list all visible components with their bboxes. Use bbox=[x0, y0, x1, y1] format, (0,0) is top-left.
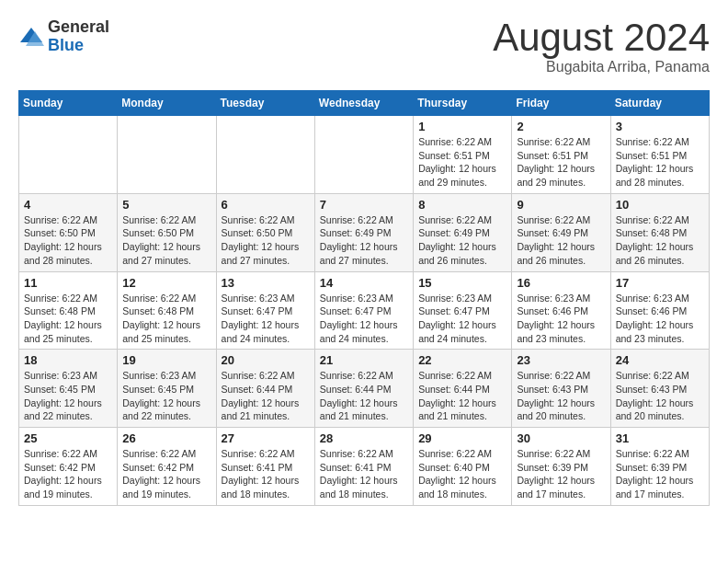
weekday-header-wednesday: Wednesday bbox=[314, 91, 413, 116]
day-info: Sunrise: 6:23 AMSunset: 6:45 PMDaylight:… bbox=[122, 369, 210, 423]
calendar-cell bbox=[314, 116, 413, 194]
day-info: Sunrise: 6:22 AMSunset: 6:39 PMDaylight:… bbox=[517, 447, 605, 501]
calendar-cell: 25Sunrise: 6:22 AMSunset: 6:42 PMDayligh… bbox=[19, 428, 118, 506]
day-number: 7 bbox=[320, 198, 408, 212]
calendar-cell: 1Sunrise: 6:22 AMSunset: 6:51 PMDaylight… bbox=[414, 116, 512, 194]
day-number: 22 bbox=[418, 353, 506, 367]
day-number: 14 bbox=[320, 276, 408, 290]
day-info: Sunrise: 6:22 AMSunset: 6:43 PMDaylight:… bbox=[517, 369, 605, 423]
day-number: 24 bbox=[616, 353, 704, 367]
day-info: Sunrise: 6:22 AMSunset: 6:48 PMDaylight:… bbox=[616, 213, 704, 268]
day-info: Sunrise: 6:23 AMSunset: 6:47 PMDaylight:… bbox=[320, 292, 408, 346]
calendar-cell: 16Sunrise: 6:23 AMSunset: 6:46 PMDayligh… bbox=[512, 271, 610, 350]
calendar-cell: 14Sunrise: 6:23 AMSunset: 6:47 PMDayligh… bbox=[314, 271, 413, 350]
day-number: 18 bbox=[24, 353, 112, 367]
day-info: Sunrise: 6:22 AMSunset: 6:44 PMDaylight:… bbox=[320, 369, 408, 423]
day-info: Sunrise: 6:23 AMSunset: 6:46 PMDaylight:… bbox=[616, 292, 704, 346]
day-info: Sunrise: 6:23 AMSunset: 6:45 PMDaylight:… bbox=[24, 369, 112, 423]
calendar-cell: 22Sunrise: 6:22 AMSunset: 6:44 PMDayligh… bbox=[414, 350, 512, 428]
day-number: 27 bbox=[222, 431, 310, 445]
day-number: 9 bbox=[517, 198, 605, 212]
logo-text: General Blue bbox=[48, 18, 109, 55]
calendar-week-2: 4Sunrise: 6:22 AMSunset: 6:50 PMDaylight… bbox=[19, 193, 710, 271]
day-info: Sunrise: 6:22 AMSunset: 6:51 PMDaylight:… bbox=[418, 135, 506, 190]
calendar-cell: 24Sunrise: 6:22 AMSunset: 6:43 PMDayligh… bbox=[610, 350, 709, 428]
calendar-cell: 7Sunrise: 6:22 AMSunset: 6:49 PMDaylight… bbox=[314, 193, 413, 271]
calendar-cell: 30Sunrise: 6:22 AMSunset: 6:39 PMDayligh… bbox=[512, 428, 610, 506]
calendar-cell: 31Sunrise: 6:22 AMSunset: 6:39 PMDayligh… bbox=[610, 428, 709, 506]
day-number: 19 bbox=[122, 353, 210, 367]
day-number: 28 bbox=[320, 431, 408, 445]
calendar-cell: 23Sunrise: 6:22 AMSunset: 6:43 PMDayligh… bbox=[512, 350, 610, 428]
calendar-cell: 3Sunrise: 6:22 AMSunset: 6:51 PMDaylight… bbox=[610, 116, 709, 194]
day-info: Sunrise: 6:23 AMSunset: 6:46 PMDaylight:… bbox=[517, 292, 605, 346]
day-info: Sunrise: 6:22 AMSunset: 6:44 PMDaylight:… bbox=[418, 369, 506, 423]
day-number: 13 bbox=[222, 276, 310, 290]
day-info: Sunrise: 6:22 AMSunset: 6:51 PMDaylight:… bbox=[616, 135, 704, 190]
day-number: 10 bbox=[616, 198, 704, 212]
day-info: Sunrise: 6:22 AMSunset: 6:51 PMDaylight:… bbox=[517, 135, 605, 190]
day-number: 6 bbox=[222, 198, 310, 212]
day-number: 5 bbox=[122, 198, 210, 212]
logo-general: General bbox=[48, 18, 109, 37]
weekday-header-saturday: Saturday bbox=[610, 91, 709, 116]
day-info: Sunrise: 6:23 AMSunset: 6:47 PMDaylight:… bbox=[418, 292, 506, 346]
calendar-cell: 17Sunrise: 6:23 AMSunset: 6:46 PMDayligh… bbox=[610, 271, 709, 350]
day-info: Sunrise: 6:22 AMSunset: 6:42 PMDaylight:… bbox=[24, 447, 112, 501]
day-number: 30 bbox=[517, 431, 605, 445]
day-number: 31 bbox=[616, 431, 704, 445]
calendar-cell bbox=[19, 116, 118, 194]
title-block: August 2024 Bugabita Arriba, Panama bbox=[493, 18, 710, 75]
logo-blue: Blue bbox=[48, 37, 109, 55]
day-info: Sunrise: 6:22 AMSunset: 6:49 PMDaylight:… bbox=[517, 213, 605, 268]
calendar-cell: 28Sunrise: 6:22 AMSunset: 6:41 PMDayligh… bbox=[314, 428, 413, 506]
day-number: 1 bbox=[418, 120, 506, 133]
day-number: 25 bbox=[24, 431, 112, 445]
day-number: 16 bbox=[517, 276, 605, 290]
day-info: Sunrise: 6:22 AMSunset: 6:50 PMDaylight:… bbox=[222, 213, 310, 268]
calendar-cell: 9Sunrise: 6:22 AMSunset: 6:49 PMDaylight… bbox=[512, 193, 610, 271]
day-info: Sunrise: 6:23 AMSunset: 6:47 PMDaylight:… bbox=[222, 292, 310, 346]
page-header: General Blue August 2024 Bugabita Arriba… bbox=[18, 18, 710, 75]
day-number: 3 bbox=[616, 120, 704, 133]
weekday-header-tuesday: Tuesday bbox=[216, 91, 314, 116]
day-info: Sunrise: 6:22 AMSunset: 6:50 PMDaylight:… bbox=[24, 213, 112, 268]
day-number: 17 bbox=[616, 276, 704, 290]
calendar-cell: 10Sunrise: 6:22 AMSunset: 6:48 PMDayligh… bbox=[610, 193, 709, 271]
day-number: 29 bbox=[418, 431, 506, 445]
calendar-cell: 19Sunrise: 6:23 AMSunset: 6:45 PMDayligh… bbox=[118, 350, 216, 428]
calendar-cell: 2Sunrise: 6:22 AMSunset: 6:51 PMDaylight… bbox=[512, 116, 610, 194]
day-info: Sunrise: 6:22 AMSunset: 6:42 PMDaylight:… bbox=[122, 447, 210, 501]
calendar-cell: 29Sunrise: 6:22 AMSunset: 6:40 PMDayligh… bbox=[414, 428, 512, 506]
day-number: 8 bbox=[418, 198, 506, 212]
calendar-cell: 20Sunrise: 6:22 AMSunset: 6:44 PMDayligh… bbox=[216, 350, 314, 428]
day-info: Sunrise: 6:22 AMSunset: 6:44 PMDaylight:… bbox=[222, 369, 310, 423]
calendar-cell bbox=[118, 116, 216, 194]
day-number: 21 bbox=[320, 353, 408, 367]
day-info: Sunrise: 6:22 AMSunset: 6:49 PMDaylight:… bbox=[320, 213, 408, 268]
day-number: 26 bbox=[122, 431, 210, 445]
day-number: 23 bbox=[517, 353, 605, 367]
day-number: 12 bbox=[122, 276, 210, 290]
calendar-cell: 5Sunrise: 6:22 AMSunset: 6:50 PMDaylight… bbox=[118, 193, 216, 271]
calendar-cell: 15Sunrise: 6:23 AMSunset: 6:47 PMDayligh… bbox=[414, 271, 512, 350]
calendar-week-1: 1Sunrise: 6:22 AMSunset: 6:51 PMDaylight… bbox=[19, 116, 710, 194]
day-info: Sunrise: 6:22 AMSunset: 6:49 PMDaylight:… bbox=[418, 213, 506, 268]
day-info: Sunrise: 6:22 AMSunset: 6:48 PMDaylight:… bbox=[122, 292, 210, 346]
calendar-cell: 18Sunrise: 6:23 AMSunset: 6:45 PMDayligh… bbox=[19, 350, 118, 428]
calendar-cell: 27Sunrise: 6:22 AMSunset: 6:41 PMDayligh… bbox=[216, 428, 314, 506]
calendar-cell: 21Sunrise: 6:22 AMSunset: 6:44 PMDayligh… bbox=[314, 350, 413, 428]
day-number: 20 bbox=[222, 353, 310, 367]
calendar-header-row: SundayMondayTuesdayWednesdayThursdayFrid… bbox=[19, 91, 710, 116]
calendar-cell bbox=[216, 116, 314, 194]
calendar-cell: 26Sunrise: 6:22 AMSunset: 6:42 PMDayligh… bbox=[118, 428, 216, 506]
calendar-cell: 11Sunrise: 6:22 AMSunset: 6:48 PMDayligh… bbox=[19, 271, 118, 350]
calendar-week-5: 25Sunrise: 6:22 AMSunset: 6:42 PMDayligh… bbox=[19, 428, 710, 506]
day-number: 11 bbox=[24, 276, 112, 290]
day-info: Sunrise: 6:22 AMSunset: 6:41 PMDaylight:… bbox=[222, 447, 310, 501]
title-location: Bugabita Arriba, Panama bbox=[493, 59, 710, 75]
day-number: 2 bbox=[517, 120, 605, 133]
calendar-week-3: 11Sunrise: 6:22 AMSunset: 6:48 PMDayligh… bbox=[19, 271, 710, 350]
calendar-cell: 6Sunrise: 6:22 AMSunset: 6:50 PMDaylight… bbox=[216, 193, 314, 271]
day-info: Sunrise: 6:22 AMSunset: 6:41 PMDaylight:… bbox=[320, 447, 408, 501]
